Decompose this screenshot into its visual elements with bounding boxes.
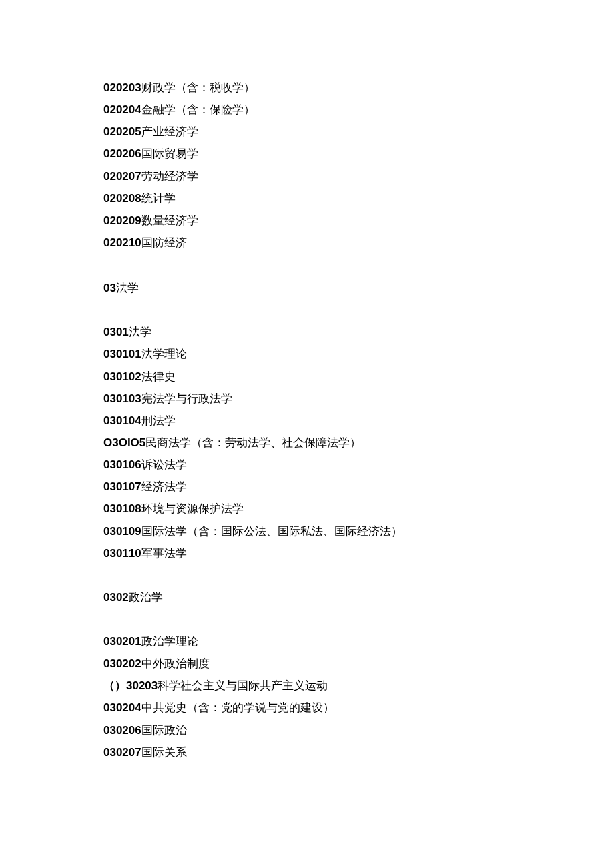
item-label: 国际法学（含：国际公法、国际私法、国际经济法） — [141, 525, 402, 538]
item-code: 020209 — [103, 214, 141, 227]
item-code: 020207 — [103, 170, 141, 183]
list-item: 030108环境与资源保护法学 — [103, 498, 511, 520]
subsection-heading: 0302政治学 — [103, 586, 511, 608]
list-item: 020205产业经济学 — [103, 121, 511, 143]
list-item: 020203财政学（含：税收学） — [103, 77, 511, 99]
item-label: 经济法学 — [141, 480, 187, 493]
item-label: 宪法学与行政法学 — [141, 392, 232, 405]
list-item: 030109国际法学（含：国际公法、国际私法、国际经济法） — [103, 520, 511, 542]
list-item: 030102法律史 — [103, 366, 511, 388]
item-label: 金融学（含：保险学） — [141, 103, 255, 116]
item-label: 法学理论 — [141, 348, 187, 360]
item-label: 国防经济 — [141, 236, 187, 249]
item-label: 产业经济学 — [141, 125, 198, 138]
item-code: 030101 — [103, 348, 141, 360]
item-label: 中共党史（含：党的学说与党的建设） — [141, 701, 334, 714]
item-code: 020205 — [103, 125, 141, 138]
list-item: 030101法学理论 — [103, 343, 511, 365]
list-item: 030110军事法学 — [103, 542, 511, 564]
item-label: 军事法学 — [141, 547, 187, 560]
item-code: 020204 — [103, 103, 141, 116]
list-item: （）30203科学社会主义与国际共产主义运动 — [103, 675, 511, 697]
item-code: 020206 — [103, 147, 141, 160]
item-code: 030202 — [103, 657, 141, 670]
list-item: 030201政治学理论 — [103, 630, 511, 653]
item-code: 020208 — [103, 192, 141, 205]
item-label: 法学 — [129, 326, 151, 338]
item-code: O3OIO5 — [103, 436, 145, 449]
spacer — [103, 299, 511, 321]
item-code: 030206 — [103, 724, 141, 737]
item-label: 统计学 — [141, 192, 176, 205]
item-label: 国际政治 — [141, 724, 187, 737]
item-code: 030108 — [103, 502, 141, 515]
item-code: 020210 — [103, 236, 141, 249]
list-item: 030103宪法学与行政法学 — [103, 388, 511, 410]
subsection-heading: 0301法学 — [103, 321, 511, 343]
spacer — [103, 564, 511, 586]
item-code: 030207 — [103, 746, 141, 759]
item-label: 法学 — [116, 282, 139, 294]
list-item: 020209数量经济学 — [103, 209, 511, 232]
item-label: 刑法学 — [141, 414, 176, 427]
item-code: 030103 — [103, 392, 141, 405]
item-label: 国际贸易学 — [141, 147, 198, 160]
item-label: 国际关系 — [141, 746, 187, 759]
item-code: 030110 — [103, 547, 141, 560]
list-item: 030204中共党史（含：党的学说与党的建设） — [103, 697, 511, 719]
item-code: 0302 — [103, 591, 129, 604]
document-body: 020203财政学（含：税收学） 020204金融学（含：保险学） 020205… — [103, 77, 511, 763]
item-code: 0301 — [103, 326, 129, 338]
item-code: 030107 — [103, 480, 141, 493]
spacer — [103, 254, 511, 277]
list-item: 030206国际政治 — [103, 719, 511, 741]
item-label: 民商法学（含：劳动法学、社会保障法学） — [145, 436, 361, 449]
list-item: 030107经济法学 — [103, 476, 511, 498]
list-item: 020210国防经济 — [103, 232, 511, 254]
item-code: 030204 — [103, 701, 141, 714]
list-item: 020204金融学（含：保险学） — [103, 99, 511, 121]
item-label: 政治学 — [129, 591, 163, 604]
item-code: （）30203 — [103, 679, 158, 692]
item-label: 财政学（含：税收学） — [141, 81, 255, 94]
item-code: 030201 — [103, 635, 141, 648]
list-item: 030207国际关系 — [103, 741, 511, 763]
list-item: 030104刑法学 — [103, 410, 511, 432]
item-code: 020203 — [103, 81, 141, 94]
item-code: 030109 — [103, 525, 141, 538]
item-label: 环境与资源保护法学 — [141, 502, 244, 515]
item-code: 03 — [103, 282, 116, 294]
item-label: 科学社会主义与国际共产主义运动 — [158, 679, 328, 692]
item-label: 诉讼法学 — [141, 458, 187, 471]
item-code: 030102 — [103, 370, 141, 383]
list-item: 020206国际贸易学 — [103, 143, 511, 165]
item-code: 030106 — [103, 458, 141, 471]
item-code: 030104 — [103, 414, 141, 427]
item-label: 政治学理论 — [141, 635, 198, 648]
list-item: 020208统计学 — [103, 187, 511, 209]
item-label: 法律史 — [141, 370, 176, 383]
list-item: O3OIO5民商法学（含：劳动法学、社会保障法学） — [103, 432, 511, 454]
item-label: 中外政治制度 — [141, 657, 210, 670]
list-item: 030202中外政治制度 — [103, 653, 511, 675]
section-heading: 03法学 — [103, 277, 511, 299]
item-label: 数量经济学 — [141, 214, 198, 227]
spacer — [103, 608, 511, 630]
list-item: 030106诉讼法学 — [103, 454, 511, 476]
item-label: 劳动经济学 — [141, 170, 198, 183]
list-item: 020207劳动经济学 — [103, 165, 511, 187]
